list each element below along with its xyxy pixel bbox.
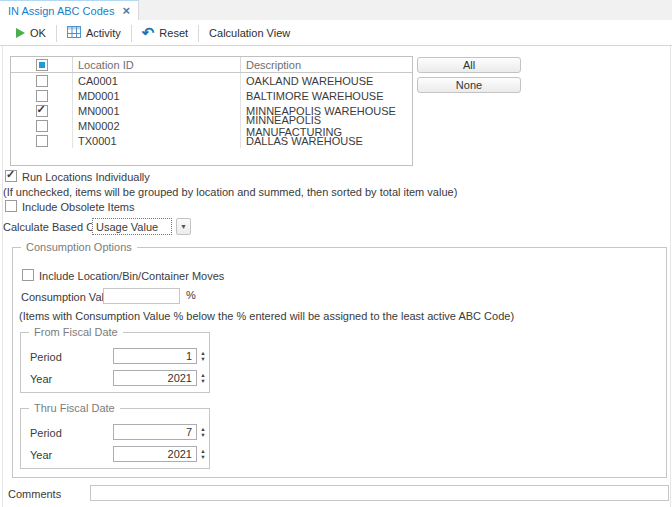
panel-border-right	[670, 46, 671, 507]
locations-grid: Location ID Description CA0001 OAKLAND W…	[10, 56, 413, 166]
row-checkbox[interactable]	[36, 120, 48, 132]
description-cell: DALLAS WAREHOUSE	[241, 133, 412, 148]
grid-icon	[67, 26, 81, 40]
tab-in-assign-abc-codes[interactable]: IN Assign ABC Codes ×	[0, 0, 139, 20]
from-year-input[interactable]	[113, 370, 197, 386]
activity-button-label: Activity	[86, 27, 121, 39]
calculate-based-on-label: Calculate Based On	[3, 221, 101, 233]
consumption-note: (Items with Consumption Value % below th…	[19, 310, 514, 322]
spinner-up-icon[interactable]: ▲	[200, 427, 205, 432]
row-checkbox[interactable]	[36, 135, 48, 147]
panel-border-left	[2, 46, 3, 507]
run-locations-individually-checkbox[interactable]: ✓	[5, 170, 17, 182]
partial-selection-mark	[39, 62, 45, 68]
assign-abc-codes-screen: IN Assign ABC Codes × OK Activity ↶ Rese…	[0, 0, 672, 507]
grid-header-checkbox-cell	[11, 57, 73, 72]
thru-year-input[interactable]	[113, 446, 197, 462]
spinner-down-icon[interactable]: ▼	[200, 455, 205, 460]
from-period-input[interactable]	[113, 348, 197, 364]
consumption-options-legend: Consumption Options	[21, 241, 137, 253]
grouping-note: (If unchecked, items will be grouped by …	[3, 186, 457, 198]
table-row[interactable]: MN0002 MINNEAPOLIS MANUFACTURING	[11, 118, 412, 133]
close-icon[interactable]: ×	[122, 4, 130, 17]
from-year-spinner[interactable]: ▲▼	[198, 370, 208, 386]
row-checkbox[interactable]: ✓	[36, 105, 48, 117]
tab-bar: IN Assign ABC Codes ×	[0, 0, 672, 20]
grid-header-location-id[interactable]: Location ID	[73, 57, 241, 72]
activity-button[interactable]: Activity	[57, 21, 131, 45]
from-year-label: Year	[30, 373, 52, 385]
thru-period-label: Period	[30, 427, 62, 439]
check-icon: ✓	[6, 168, 15, 181]
none-button[interactable]: None	[417, 77, 521, 93]
from-period-spinner[interactable]: ▲▼	[198, 348, 208, 364]
grid-header-row: Location ID Description	[11, 57, 412, 73]
thru-year-spinner[interactable]: ▲▼	[198, 446, 208, 462]
from-fiscal-date-legend: From Fiscal Date	[29, 326, 123, 338]
spinner-down-icon[interactable]: ▼	[200, 433, 205, 438]
all-button[interactable]: All	[417, 57, 521, 73]
thru-year-label: Year	[30, 449, 52, 461]
grid-header-description[interactable]: Description	[241, 57, 412, 72]
row-checkbox[interactable]	[36, 90, 48, 102]
table-row[interactable]: CA0001 OAKLAND WAREHOUSE	[11, 73, 412, 88]
description-cell: MINNEAPOLIS MANUFACTURING	[241, 118, 412, 133]
select-all-checkbox[interactable]	[36, 59, 48, 71]
location-id-cell: MD0001	[73, 88, 241, 103]
comments-label: Comments	[8, 488, 61, 500]
toolbar: OK Activity ↶ Reset Calculation View	[0, 21, 672, 46]
chevron-down-icon[interactable]: ▼	[176, 218, 191, 235]
description-cell: OAKLAND WAREHOUSE	[241, 73, 412, 88]
include-moves-label: Include Location/Bin/Container Moves	[39, 270, 224, 282]
percent-unit-label: %	[186, 289, 196, 301]
spinner-down-icon[interactable]: ▼	[200, 379, 205, 384]
calculate-based-on-select[interactable]: Usage Value	[92, 218, 172, 235]
include-obsolete-items-checkbox[interactable]	[5, 200, 17, 212]
thru-fiscal-date-legend: Thru Fiscal Date	[29, 402, 120, 414]
check-icon: ✓	[37, 103, 46, 116]
reset-button[interactable]: ↶ Reset	[132, 21, 198, 45]
run-locations-individually-label: Run Locations Individually	[22, 171, 150, 183]
consumption-value-label: Consumption Value	[21, 291, 116, 303]
undo-icon: ↶	[142, 27, 155, 39]
thru-period-input[interactable]	[113, 424, 197, 440]
table-row[interactable]: TX0001 DALLAS WAREHOUSE	[11, 133, 412, 148]
include-obsolete-items-label: Include Obsolete Items	[22, 201, 135, 213]
spinner-up-icon[interactable]: ▲	[200, 373, 205, 378]
consumption-value-input[interactable]	[103, 288, 180, 304]
play-icon	[16, 28, 25, 38]
spinner-down-icon[interactable]: ▼	[200, 357, 205, 362]
spinner-up-icon[interactable]: ▲	[200, 351, 205, 356]
table-row[interactable]: MD0001 BALTIMORE WAREHOUSE	[11, 88, 412, 103]
location-id-cell: TX0001	[73, 133, 241, 148]
calculation-view-button[interactable]: Calculation View	[199, 21, 300, 45]
comments-input[interactable]	[90, 485, 669, 501]
row-checkbox[interactable]	[36, 75, 48, 87]
from-period-label: Period	[30, 351, 62, 363]
ok-button[interactable]: OK	[6, 21, 56, 45]
ok-button-label: OK	[30, 27, 46, 39]
location-id-cell: CA0001	[73, 73, 241, 88]
location-id-cell: MN0001	[73, 103, 241, 118]
calculation-view-label: Calculation View	[209, 27, 290, 39]
reset-button-label: Reset	[159, 27, 188, 39]
tab-title: IN Assign ABC Codes	[8, 5, 114, 17]
spinner-up-icon[interactable]: ▲	[200, 449, 205, 454]
location-id-cell: MN0002	[73, 118, 241, 133]
thru-period-spinner[interactable]: ▲▼	[198, 424, 208, 440]
description-cell: BALTIMORE WAREHOUSE	[241, 88, 412, 103]
include-moves-checkbox[interactable]	[22, 269, 34, 281]
